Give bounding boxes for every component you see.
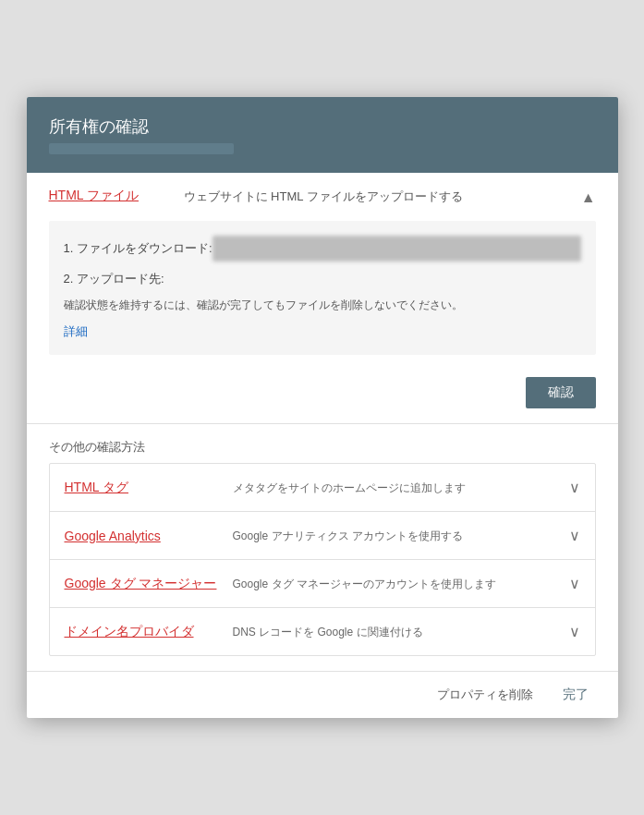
step2-label: 2. アップロード先: bbox=[64, 271, 212, 287]
confirm-btn-row: 確認 bbox=[27, 370, 618, 423]
html-file-section: HTML ファイル ウェブサイトに HTML ファイルをアップロードする ▲ 1… bbox=[27, 173, 618, 424]
method-desc-google-tag-manager: Google タグ マネージャーのアカウントを使用します bbox=[233, 576, 558, 592]
method-name-google-analytics: Google Analytics bbox=[65, 529, 222, 543]
method-row-domain-provider[interactable]: ドメイン名プロバイダ DNS レコードを Google に関連付ける ∨ bbox=[50, 608, 595, 655]
dialog-footer: プロパティを削除 完了 bbox=[27, 671, 618, 718]
confirm-button[interactable]: 確認 bbox=[526, 377, 596, 408]
html-file-link[interactable]: HTML ファイル bbox=[49, 188, 169, 204]
note-text: 確認状態を維持するには、確認が完了してもファイルを削除しないでください。 bbox=[64, 297, 581, 314]
dialog-subtitle bbox=[49, 143, 234, 154]
html-file-chevron: ▲ bbox=[581, 189, 596, 206]
method-desc-html-tag: メタタグをサイトのホームページに追加します bbox=[233, 480, 558, 496]
method-name-domain-provider: ドメイン名プロバイダ bbox=[65, 624, 222, 640]
step1-label: 1. ファイルをダウンロード: bbox=[64, 240, 213, 257]
method-chevron-html-tag: ∨ bbox=[569, 479, 580, 496]
detail-link[interactable]: 詳細 bbox=[64, 324, 88, 338]
download-field bbox=[213, 236, 581, 262]
methods-list: HTML タグ メタタグをサイトのホームページに追加します ∨ Google A… bbox=[49, 463, 596, 656]
method-row-html-tag[interactable]: HTML タグ メタタグをサイトのホームページに追加します ∨ bbox=[50, 464, 595, 512]
ownership-dialog: 所有権の確認 HTML ファイル ウェブサイトに HTML ファイルをアップロー… bbox=[27, 97, 618, 718]
method-desc-domain-provider: DNS レコードを Google に関連付ける bbox=[233, 624, 558, 640]
dialog-body: HTML ファイル ウェブサイトに HTML ファイルをアップロードする ▲ 1… bbox=[27, 173, 618, 671]
method-name-google-tag-manager: Google タグ マネージャー bbox=[65, 576, 222, 592]
method-chevron-google-analytics: ∨ bbox=[569, 527, 580, 544]
other-methods-label: その他の確認方法 bbox=[27, 424, 618, 463]
method-chevron-google-tag-manager: ∨ bbox=[569, 575, 580, 592]
dialog-title: 所有権の確認 bbox=[49, 116, 596, 138]
done-button[interactable]: 完了 bbox=[555, 683, 596, 707]
html-file-content: 1. ファイルをダウンロード: 2. アップロード先: 確認状態を維持するには、… bbox=[49, 221, 596, 355]
delete-property-link[interactable]: プロパティを削除 bbox=[437, 687, 533, 703]
step2-row: 2. アップロード先: bbox=[64, 271, 581, 287]
html-file-description: ウェブサイトに HTML ファイルをアップロードする bbox=[184, 188, 566, 206]
method-row-google-analytics[interactable]: Google Analytics Google アナリティクス アカウントを使用… bbox=[50, 512, 595, 560]
method-desc-google-analytics: Google アナリティクス アカウントを使用する bbox=[233, 528, 558, 544]
step1-row: 1. ファイルをダウンロード: bbox=[64, 236, 581, 262]
html-file-header[interactable]: HTML ファイル ウェブサイトに HTML ファイルをアップロードする ▲ bbox=[27, 173, 618, 221]
method-chevron-domain-provider: ∨ bbox=[569, 623, 580, 640]
method-row-google-tag-manager[interactable]: Google タグ マネージャー Google タグ マネージャーのアカウントを… bbox=[50, 560, 595, 608]
dialog-header: 所有権の確認 bbox=[27, 97, 618, 173]
method-name-html-tag: HTML タグ bbox=[65, 480, 222, 496]
